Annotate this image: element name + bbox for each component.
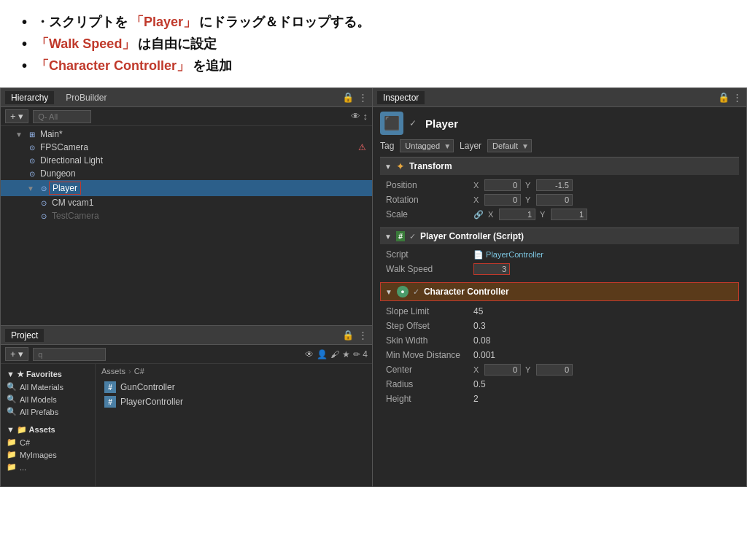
position-x-label: X <box>473 181 482 190</box>
sidebar-csharp[interactable]: 📁 C# <box>1 436 95 448</box>
pc-collapse-arrow: ▼ <box>384 233 392 241</box>
center-x-field: X <box>473 364 521 376</box>
project-main: Assets › C# # GunController # PlayerCont… <box>96 364 372 486</box>
tag-label: Tag <box>380 141 394 151</box>
menu-icon-inspector[interactable]: ⋮ <box>732 92 742 103</box>
project-file-guncontroller[interactable]: # GunController <box>101 380 366 394</box>
scale-y-field: Y <box>540 209 587 220</box>
character-controller-header[interactable]: ▼ ● ✓ Character Controller <box>380 282 739 301</box>
hierarchy-item-main-label: Main* <box>40 129 63 139</box>
rotation-x-input[interactable] <box>484 194 521 206</box>
script-name: PlayerController <box>486 250 543 259</box>
walkspeed-label: Walk Speed <box>386 264 473 274</box>
hierarchy-item-cmvcam1[interactable]: ⊙ CM vcam1 <box>1 196 372 209</box>
cc-check[interactable]: ✓ <box>413 287 419 297</box>
collapse-arrow-main: ▼ <box>15 131 23 139</box>
cs-icon-gun: # <box>104 381 116 393</box>
hierarchy-item-dungeon[interactable]: ⊙ Dungeon <box>1 167 372 180</box>
unity-editor: Hierarchy ProBuilder 🔒 ⋮ + ▾ 👁 ↕ ▼ <box>0 88 747 487</box>
file-guncontroller-label: GunController <box>120 382 175 392</box>
sidebar-all-models[interactable]: 🔍 All Models <box>1 393 95 405</box>
tab-project[interactable]: Project <box>5 329 44 342</box>
assets-section-label: ▼ 📁 Assets <box>1 422 95 436</box>
center-x-input[interactable] <box>484 364 521 376</box>
project-search-input[interactable] <box>33 348 106 361</box>
hierarchy-item-testcamera-label: TestCamera <box>52 211 99 221</box>
eye-icon: 👁 <box>351 111 360 122</box>
tab-probuilder[interactable]: ProBuilder <box>60 91 112 104</box>
project-tab-icons: 🔒 ⋮ <box>342 330 368 341</box>
sidebar-myimages[interactable]: 📁 MyImages <box>1 448 95 461</box>
position-row: Position X Y <box>386 178 733 192</box>
hierarchy-add-button[interactable]: + ▾ <box>5 109 28 123</box>
scale-y-input[interactable] <box>551 209 587 220</box>
go-icon-cmvcam1: ⊙ <box>39 198 49 208</box>
hierarchy-item-player-label: Player <box>49 182 81 195</box>
breadcrumb: Assets › C# <box>101 367 366 376</box>
position-x-input[interactable] <box>484 179 521 191</box>
bullet1-highlight: 「Player」 <box>131 13 196 31</box>
playercontroller-header[interactable]: ▼ # ✓ Player Controller (Script) <box>380 228 739 244</box>
file-playercontroller-label: PlayerController <box>120 397 183 407</box>
hierarchy-item-player[interactable]: ▼ ⊙ Player <box>1 180 372 196</box>
bullet2-highlight: 「Walk Speed」 <box>36 35 135 52</box>
scale-x-input[interactable] <box>499 209 535 220</box>
go-header: ⬛ ✓ Player <box>380 112 739 135</box>
playercontroller-component: ▼ # ✓ Player Controller (Script) Script … <box>380 228 739 279</box>
tag-dropdown[interactable]: Untagged <box>400 139 454 152</box>
position-y-input[interactable] <box>536 179 573 191</box>
hierarchy-item-testcamera[interactable]: ⊙ TestCamera <box>1 209 372 222</box>
rotation-y-input[interactable] <box>536 194 573 206</box>
breadcrumb-csharp: C# <box>134 367 144 376</box>
lock-icon: 🔒 <box>342 92 354 103</box>
label-all-prefabs: All Prefabs <box>20 408 58 416</box>
hierarchy-item-directionallight[interactable]: ⊙ Directional Light <box>1 154 372 167</box>
center-y-field: Y <box>525 364 573 376</box>
tag-layer-row: Tag Untagged ▼ Layer Default ▼ <box>380 141 739 151</box>
transform-header[interactable]: ▼ ✦ Transform <box>380 157 739 175</box>
skin-width-row: Skin Width 0.08 <box>386 333 733 348</box>
bullet3-post: を追加 <box>193 57 232 74</box>
radius-value: 0.5 <box>473 379 733 389</box>
center-y-input[interactable] <box>536 364 573 376</box>
project-toolbar-icons: 👁 👤 🖌 ★ ✏ 4 <box>305 349 368 359</box>
position-y-label: Y <box>525 181 534 190</box>
tab-inspector[interactable]: Inspector <box>377 91 425 104</box>
go-icon-testcamera: ⊙ <box>39 211 49 221</box>
search-icon-materials: 🔍 <box>7 382 17 392</box>
menu-icon-project[interactable]: ⋮ <box>358 330 368 341</box>
sidebar-all-prefabs[interactable]: 🔍 All Prefabs <box>1 405 95 418</box>
icon-star: ★ <box>342 349 350 359</box>
go-active-check[interactable]: ✓ <box>409 118 417 128</box>
height-value: 2 <box>473 394 733 404</box>
menu-icon[interactable]: ⋮ <box>358 92 368 103</box>
project-add-button[interactable]: + ▾ <box>5 347 28 361</box>
sidebar-all-materials[interactable]: 🔍 All Materials <box>1 381 95 393</box>
pc-hash-icon: # <box>396 231 405 241</box>
bullet3-highlight: 「Character Controller」 <box>36 57 190 74</box>
center-label: Center <box>386 365 473 375</box>
label-more: ... <box>20 463 26 472</box>
pc-check[interactable]: ✓ <box>409 232 416 241</box>
project-file-playercontroller[interactable]: # PlayerController <box>101 394 366 409</box>
cc-body: Slope Limit 45 Step Offset 0.3 Skin Widt… <box>380 301 739 409</box>
icon-pencil: ✏ 4 <box>353 349 368 359</box>
cc-icon: ● <box>397 286 409 298</box>
sidebar-more[interactable]: 📁 ... <box>1 461 95 473</box>
rotation-xyz: X Y <box>473 194 573 206</box>
min-move-value: 0.001 <box>473 350 733 360</box>
folder-icon-csharp: 📁 <box>7 438 17 447</box>
warning-icon-fpscamera: ⚠ <box>358 142 366 152</box>
layer-dropdown-wrapper: Default ▼ <box>487 141 532 151</box>
tab-hierarchy[interactable]: Hierarchy <box>5 91 54 104</box>
layer-dropdown[interactable]: Default <box>487 139 532 152</box>
hierarchy-item-fpscamera[interactable]: ⊙ FPSCamera ⚠ <box>1 141 372 154</box>
favorites-section-label: ▼ ★ Favorites <box>1 367 95 381</box>
inspector-content: ⬛ ✓ Player Tag Untagged ▼ Layer Default … <box>373 107 746 416</box>
walkspeed-input[interactable] <box>473 263 510 275</box>
search-icon-prefabs: 🔍 <box>7 407 17 416</box>
hierarchy-item-main[interactable]: ▼ ⊞ Main* <box>1 128 372 141</box>
inspector-panel: Inspector 🔒 ⋮ ⬛ ✓ Player Tag Untagged ▼ … <box>373 88 746 486</box>
hierarchy-search-input[interactable] <box>33 110 91 123</box>
tag-dropdown-wrapper: Untagged ▼ <box>400 141 454 151</box>
